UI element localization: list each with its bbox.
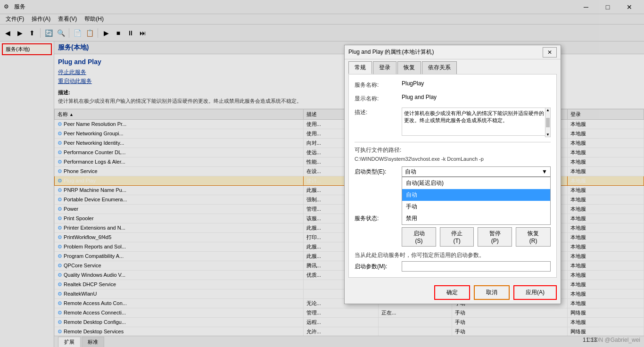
dialog-desc-label: 描述: [355, 107, 402, 116]
desc-row: 描述: 使计算机在极少或没有用户输入的情况下能识别并适应硬件的更改。终止或禁用此… [355, 107, 551, 137]
dialog-content: 服务名称: PlugPlay 显示名称: Plug and Play 描述: 使… [348, 74, 557, 278]
cancel-button[interactable]: 取消 [474, 285, 510, 300]
startup-type-row: 启动类型(E): 自动 ▼ 自动(延迟启动) 自动 手动 禁用 [355, 166, 551, 177]
ok-button[interactable]: 确定 [434, 285, 470, 300]
resume-button[interactable]: 恢复(R) [516, 227, 551, 247]
service-name-value: PlugPlay [402, 80, 551, 87]
startup-option-auto-delayed[interactable]: 自动(延迟启动) [402, 177, 550, 189]
params-label: 当从此处启动服务时，你可指定所适用的启动参数。 [355, 251, 551, 259]
startup-option-auto[interactable]: 自动 [402, 189, 550, 201]
dialog-tab-login[interactable]: 登录 [373, 61, 396, 74]
properties-dialog: Plug and Play 的属性(本地计算机) ✕ 常规 登录 恢复 依存关系… [344, 45, 561, 304]
dialog-title-bar: Plug and Play 的属性(本地计算机) ✕ [345, 45, 561, 59]
startup-option-disabled[interactable]: 禁用 [402, 213, 550, 224]
dialog-tab-deps[interactable]: 依存关系 [422, 61, 457, 74]
display-name-row: 显示名称: Plug and Play [355, 94, 551, 103]
dialog-tab-general[interactable]: 常规 [348, 61, 372, 74]
params-input[interactable] [402, 261, 551, 272]
dialog-close-button[interactable]: ✕ [543, 47, 557, 58]
path-value: C:\WINDOWS\system32\svchost.exe -k DcomL… [355, 156, 551, 162]
startup-option-manual[interactable]: 手动 [402, 201, 550, 213]
dropdown-arrow-icon: ▼ [542, 168, 547, 175]
scroll-thumb [546, 118, 550, 127]
params-input-label: 启动参数(M): [355, 263, 402, 271]
start-button[interactable]: 启动(S) [402, 227, 436, 247]
display-name-value: Plug and Play [402, 94, 551, 100]
startup-dropdown: 自动(延迟启动) 自动 手动 禁用 [402, 177, 551, 225]
startup-select[interactable]: 自动 ▼ [402, 166, 551, 177]
status-label: 服务状态: [355, 215, 402, 223]
startup-current-value: 自动 [405, 168, 416, 176]
apply-button[interactable]: 应用(A) [513, 285, 557, 300]
dialog-desc-textarea[interactable]: 使计算机在极少或没有用户输入的情况下能识别并适应硬件的更改。终止或禁用此服务会造… [402, 107, 551, 136]
path-label: 可执行文件的路径: [355, 146, 551, 154]
scroll-up-btn[interactable]: ▲ [546, 108, 550, 112]
dialog-title-text: Plug and Play 的属性(本地计算机) [348, 48, 543, 56]
startup-type-label: 启动类型(E): [355, 168, 402, 176]
stop-button[interactable]: 停止(T) [440, 227, 474, 247]
dialog-tab-recovery[interactable]: 恢复 [397, 61, 421, 74]
path-section: 可执行文件的路径: C:\WINDOWS\system32\svchost.ex… [355, 146, 551, 162]
scroll-down-btn[interactable]: ▼ [546, 132, 550, 137]
dialog-buttons: 确定 取消 应用(A) [345, 281, 561, 304]
dialog-sep-1 [355, 142, 551, 142]
service-name-label: 服务名称: [355, 80, 402, 89]
pause-button[interactable]: 暂停(P) [478, 227, 512, 247]
service-name-row: 服务名称: PlugPlay [355, 80, 551, 89]
action-buttons: 启动(S) 停止(T) 暂停(P) 恢复(R) [402, 227, 551, 247]
startup-select-container: 自动 ▼ 自动(延迟启动) 自动 手动 禁用 [402, 166, 551, 177]
params-section: 当从此处启动服务时，你可指定所适用的启动参数。 启动参数(M): [355, 251, 551, 272]
dialog-tabs: 常规 登录 恢复 依存关系 [345, 59, 561, 74]
display-name-label: 显示名称: [355, 94, 402, 103]
